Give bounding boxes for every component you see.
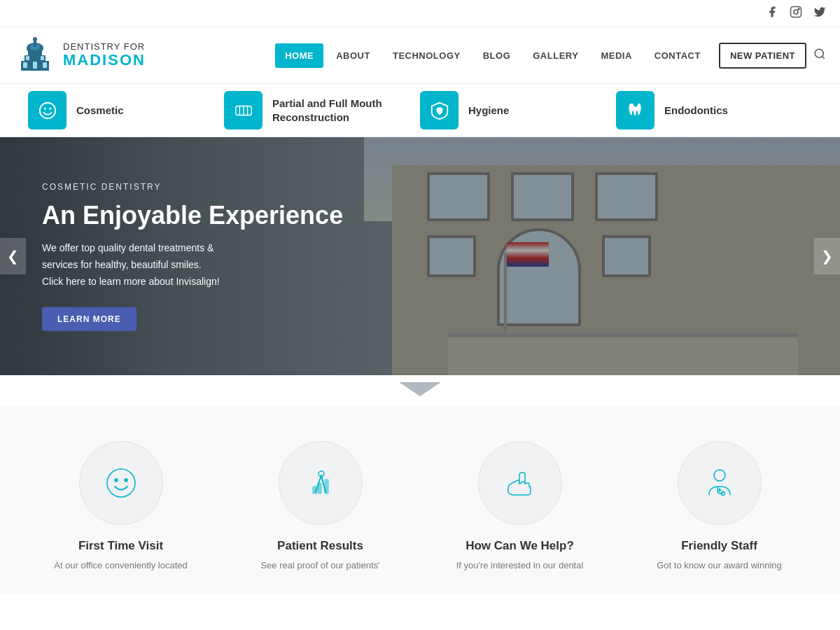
- svg-rect-10: [23, 62, 27, 68]
- logo-dentistry-for: Dentistry for: [63, 42, 146, 52]
- svg-rect-30: [313, 486, 316, 493]
- feature-patient-results: Patient Results See real proof of our pa…: [227, 441, 413, 573]
- partial-full-icon-box: [224, 91, 262, 130]
- svg-rect-31: [318, 483, 321, 493]
- patient-results-icon-circle: [279, 441, 363, 525]
- svg-rect-14: [41, 56, 44, 60]
- svg-rect-11: [33, 62, 37, 69]
- first-time-visit-title: First Time Visit: [78, 539, 163, 553]
- logo-madison: Madison: [63, 52, 146, 69]
- svg-point-17: [39, 102, 55, 118]
- service-endodontics[interactable]: Endodontics: [616, 91, 812, 130]
- svg-point-19: [49, 107, 51, 109]
- endodontics-label: Endodontics: [664, 104, 728, 118]
- hero-cta-button[interactable]: LEARN MORE: [42, 307, 136, 330]
- hero-slider: COSMETIC DENTISTRY An Enjoyable Experien…: [0, 137, 840, 375]
- service-hygiene[interactable]: Hygiene: [420, 91, 616, 130]
- friendly-staff-title: Friendly Staff: [681, 539, 757, 553]
- svg-rect-32: [325, 479, 328, 493]
- hygiene-label: Hygiene: [468, 104, 509, 118]
- hero-description: We offer top quality dental treatments &…: [42, 240, 308, 290]
- svg-point-34: [721, 492, 724, 496]
- svg-point-15: [815, 49, 823, 57]
- partial-full-label: Partial and Full MouthReconstruction: [272, 97, 382, 124]
- nav-contact[interactable]: CONTACT: [645, 43, 710, 68]
- new-patient-button[interactable]: NEW PATIENT: [719, 43, 806, 69]
- endodontics-icon-box: [616, 91, 654, 130]
- teeth-icon: [234, 101, 253, 120]
- nav-about[interactable]: ABOUT: [326, 43, 380, 68]
- hero-chevron: [0, 375, 840, 406]
- cosmetic-label: Cosmetic: [76, 104, 124, 118]
- friendly-staff-desc: Got to know our award winning: [657, 559, 781, 573]
- how-can-we-help-title: How Can We Help?: [465, 539, 574, 553]
- hero-content: COSMETIC DENTISTRY An Enjoyable Experien…: [42, 182, 343, 331]
- bottom-spacer: [0, 594, 840, 615]
- nav-gallery[interactable]: GALLERY: [523, 43, 588, 68]
- svg-line-16: [822, 56, 824, 58]
- search-icon[interactable]: [813, 48, 826, 64]
- svg-point-25: [115, 479, 118, 482]
- feature-friendly-staff: Friendly Staff Got to know our award win…: [626, 441, 812, 573]
- feature-how-can-we-help: How Can We Help? If you're interested in…: [427, 441, 612, 573]
- social-bar: [0, 0, 840, 27]
- svg-point-2: [798, 8, 799, 10]
- svg-rect-13: [26, 56, 29, 60]
- slider-prev-button[interactable]: ❮: [0, 238, 26, 274]
- friendly-staff-icon-circle: [678, 441, 762, 525]
- hero-slide-label: COSMETIC DENTISTRY: [42, 182, 343, 192]
- header: Dentistry for Madison HOME ABOUT TECHNOL…: [0, 27, 840, 84]
- patient-results-title: Patient Results: [277, 539, 363, 553]
- instagram-link[interactable]: [790, 6, 802, 21]
- nav-home[interactable]: HOME: [275, 43, 323, 68]
- first-time-visit-icon-circle: [79, 441, 163, 525]
- logo-text: Dentistry for Madison: [63, 42, 146, 69]
- hygiene-icon-box: [420, 91, 458, 130]
- feature-first-time-visit: First Time Visit At our office convenien…: [28, 441, 214, 573]
- twitter-link[interactable]: [813, 6, 826, 21]
- helping-hand-icon: [503, 465, 538, 500]
- logo-icon: [14, 34, 56, 76]
- tooth-icon: [626, 101, 645, 120]
- nav-blog[interactable]: BLOG: [473, 43, 521, 68]
- nav-technology[interactable]: TECHNOLOGY: [383, 43, 470, 68]
- svg-point-24: [107, 469, 135, 497]
- first-time-visit-desc: At our office conveniently located: [54, 559, 188, 573]
- service-cosmetic[interactable]: Cosmetic: [28, 91, 224, 130]
- service-partial-full[interactable]: Partial and Full MouthReconstruction: [224, 91, 420, 130]
- svg-point-1: [794, 10, 798, 14]
- svg-point-33: [714, 470, 725, 481]
- facebook-link[interactable]: [766, 6, 778, 21]
- services-bar: Cosmetic Partial and Full MouthReconstru…: [0, 84, 840, 137]
- svg-rect-12: [43, 62, 47, 68]
- main-nav: HOME ABOUT TECHNOLOGY BLOG GALLERY MEDIA…: [275, 43, 806, 69]
- patient-results-desc: See real proof of our patients': [260, 559, 379, 573]
- smile-icon: [38, 101, 57, 120]
- how-can-we-help-icon-circle: [478, 441, 562, 525]
- doctor-icon: [702, 465, 737, 500]
- nav-media[interactable]: MEDIA: [591, 43, 641, 68]
- smiley-icon: [104, 465, 139, 500]
- cosmetic-icon-box: [28, 91, 66, 130]
- svg-point-26: [125, 479, 127, 482]
- svg-point-9: [33, 37, 37, 41]
- hero-title: An Enjoyable Experience: [42, 200, 343, 230]
- dental-tools-icon: [303, 465, 338, 500]
- logo-link[interactable]: Dentistry for Madison: [14, 34, 146, 76]
- features-section: First Time Visit At our office convenien…: [0, 406, 840, 594]
- how-can-we-help-desc: If you're interested in our dental: [456, 559, 584, 573]
- shield-tooth-icon: [430, 101, 449, 120]
- svg-point-18: [43, 107, 46, 109]
- slider-next-button[interactable]: ❯: [814, 238, 840, 274]
